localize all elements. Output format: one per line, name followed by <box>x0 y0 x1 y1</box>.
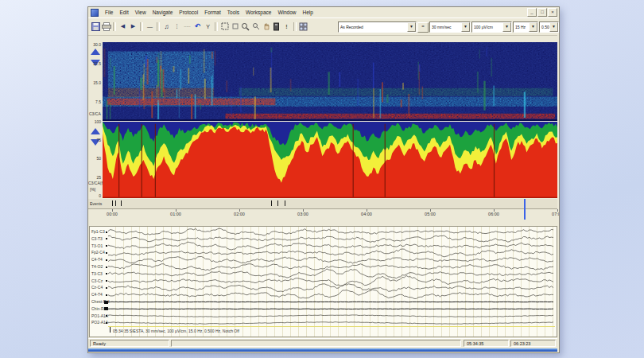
trace-canvas <box>90 227 557 337</box>
combo-as-recorded[interactable]: As Recorded▼ <box>338 21 417 33</box>
trend-canvas <box>103 122 557 198</box>
freq-tick-30-0: 30.0 <box>89 42 101 47</box>
box-select-icon[interactable] <box>219 21 230 32</box>
combo-value: 15 Hz <box>514 25 529 29</box>
combo-30-mm-sec[interactable]: 30 mm/sec▼ <box>429 21 471 33</box>
event-tick[interactable] <box>277 200 278 206</box>
trend-panel[interactable] <box>103 122 557 198</box>
combo-100-v-cm[interactable]: 100 µV/cm▼ <box>471 21 512 33</box>
menu-edit[interactable]: Edit <box>116 8 131 18</box>
application-window: FileEditViewNavigateProtocolFormatToolsW… <box>87 6 560 353</box>
time-axis: 00:0001:0002:0003:0004:0005:0006:0007:00 <box>88 209 557 220</box>
time-label-06-00: 06:00 <box>482 212 506 216</box>
window-bottom-strip <box>88 348 557 352</box>
time-label-04-00: 04:00 <box>355 212 378 216</box>
event-tick[interactable] <box>112 200 113 206</box>
music-note-icon[interactable]: ♫ <box>161 21 172 32</box>
close-button[interactable]: × <box>548 8 557 17</box>
time-label-05-00: 05:00 <box>418 212 442 216</box>
combo-value: 0.500 Hz <box>540 25 549 29</box>
trend-tick-100: 100 <box>89 119 101 124</box>
time-cursor[interactable] <box>524 199 526 220</box>
combo-value: As Recorded <box>339 25 407 29</box>
toolbar-separator <box>140 22 143 31</box>
trend-tick-25: 25 <box>89 175 101 180</box>
freq-tick-22-5: 22.5 <box>89 61 101 66</box>
dropdown-arrow-icon[interactable]: ▼ <box>407 22 416 32</box>
nav-back-icon[interactable]: ◀ <box>118 21 128 32</box>
dropdown-arrow-icon[interactable]: ▼ <box>529 22 537 32</box>
freq-tick-15-0: 15.0 <box>89 80 101 85</box>
toolbar: ◀▶—♫⋮·····↶Y! As Recorded▼30 mm/sec▼100 … <box>88 18 557 36</box>
ruler-icon[interactable]: — <box>145 21 155 32</box>
status-bar: Ready 05:34:35 06:23:23 <box>88 338 557 349</box>
event-tick[interactable] <box>115 200 116 206</box>
trend-tick-50: 50 <box>89 156 101 161</box>
time-label-02-00: 02:00 <box>227 212 251 216</box>
hand-icon[interactable] <box>261 21 271 32</box>
trend-tick-0: 0 <box>89 193 101 198</box>
menu-file[interactable]: File <box>102 8 116 18</box>
dots-ellipsis-icon[interactable]: ····· <box>182 21 192 32</box>
toolbar-icons: ◀▶—♫⋮·····↶Y! <box>91 21 308 32</box>
spectrogram-scale-up-arrow[interactable] <box>91 49 100 55</box>
time-label-01-00: 01:00 <box>164 212 188 216</box>
cartridge-icon[interactable] <box>271 21 281 32</box>
status-spacer <box>171 340 461 347</box>
freq-tick-7-5: 7.5 <box>89 99 101 104</box>
box-clear-icon[interactable] <box>230 21 240 32</box>
toolbar-separator <box>215 22 218 31</box>
event-tick[interactable] <box>121 200 122 206</box>
dropdown-arrow-icon[interactable]: ▼ <box>549 22 558 32</box>
spectrogram-panel[interactable] <box>103 42 557 121</box>
y-letter-icon[interactable]: Y <box>203 21 213 32</box>
menu-view[interactable]: View <box>132 8 149 18</box>
events-row[interactable]: Events <box>88 199 557 209</box>
trend-tick-75: 75 <box>89 138 101 142</box>
window-controls: _□× <box>527 8 557 17</box>
status-time-current: 05:34:35 <box>464 340 509 347</box>
print-icon[interactable] <box>101 21 111 32</box>
combo-value: 100 µV/cm <box>472 25 502 29</box>
toolbar-separator <box>293 22 297 31</box>
menu-format[interactable]: Format <box>201 8 224 18</box>
menu-navigate[interactable]: Navigate <box>149 8 177 18</box>
combo-0-500-hz[interactable]: 0.500 Hz▼ <box>539 21 559 33</box>
menu-workspace[interactable]: Workspace <box>242 8 274 18</box>
trend-scale-up-arrow[interactable] <box>91 128 100 134</box>
eeg-trace-panel[interactable]: Fp1-C3C3-T3T3-O1Fp2-C4C4-T4T4-O2T3-C3C3-… <box>89 226 557 337</box>
combo-15-hz[interactable]: 15 Hz▼ <box>513 21 538 33</box>
toolbar-separator <box>113 22 116 31</box>
zoom-in-icon[interactable] <box>240 21 250 32</box>
menu-tools[interactable]: Tools <box>224 8 242 18</box>
spectrogram-channel-label: C3/CA <box>89 111 101 116</box>
trend-unit-label: [%] <box>90 187 95 192</box>
dropdown-arrow-icon[interactable]: ▼ <box>461 22 470 32</box>
exclamation-icon[interactable]: ! <box>281 21 292 32</box>
grid-icon[interactable] <box>298 21 308 32</box>
time-label-00-00: 00:00 <box>100 212 124 216</box>
save-icon[interactable] <box>91 21 101 32</box>
menu-window[interactable]: Window <box>274 8 299 18</box>
event-tick[interactable] <box>271 200 272 206</box>
zoom-out-icon[interactable] <box>250 21 261 32</box>
time-label-03-00: 03:00 <box>291 212 315 216</box>
annotation-gridline <box>108 326 555 327</box>
menu-bar-items: FileEditViewNavigateProtocolFormatToolsW… <box>102 8 316 18</box>
menu-help[interactable]: Help <box>300 8 316 18</box>
photo-background: FileEditViewNavigateProtocolFormatToolsW… <box>0 0 644 358</box>
app-icon <box>91 9 99 17</box>
undo-icon[interactable]: ↶ <box>192 21 203 32</box>
event-tick[interactable] <box>285 200 285 206</box>
time-label-07-00: 07:00 <box>545 212 560 216</box>
dots-vertical-icon[interactable]: ⋮ <box>172 21 182 32</box>
link-button[interactable]: = <box>417 22 429 33</box>
maximize-button[interactable]: □ <box>537 8 547 17</box>
menu-protocol[interactable]: Protocol <box>176 8 201 18</box>
status-ready: Ready <box>90 340 169 347</box>
combo-value: 30 mm/sec <box>430 25 461 29</box>
nav-forward-icon[interactable]: ▶ <box>128 21 138 32</box>
dropdown-arrow-icon[interactable]: ▼ <box>502 22 511 32</box>
minimize-button[interactable]: _ <box>527 8 537 17</box>
spectrogram-canvas <box>103 42 557 121</box>
